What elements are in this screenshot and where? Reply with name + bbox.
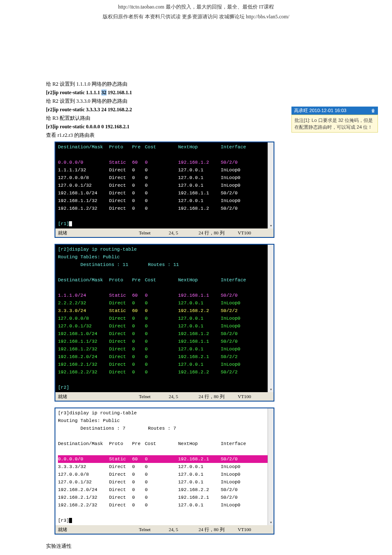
status-bar: 就绪 Telnet 24, 5 24 行，80 列 VT100 <box>55 525 274 534</box>
comment-time: 2010-12-01 16:03 <box>309 108 346 113</box>
status-ready: 就绪 <box>58 393 139 400</box>
status-proto: Telnet <box>139 229 169 237</box>
status-rc2: 24 行，80 列 <box>199 229 238 237</box>
header-line1: http://itcto.taobao.com 最小的投入，最大的回报，最全、最… <box>0 3 392 11</box>
text-line: 查看 r1.r2.r3 的路由表 <box>46 131 285 139</box>
table-header: Destination/MaskProtoPreCostNextHopInter… <box>58 143 271 151</box>
table-row: 0.0.0.0/0Static600192.168.1.2S0/2/0 <box>58 159 271 166</box>
table-row: 127.0.0.1/32Direct00127.0.0.1InLoop0 <box>58 322 271 330</box>
comment-body: 批注[1]: Lo 口要求是 32 位掩码，但是在配置静态路由时，可以写成 24… <box>291 115 378 133</box>
table-row: 192.168.2.2/32Direct00192.168.2.2S0/2/2 <box>58 368 271 376</box>
delete-icon[interactable]: 🗑 <box>371 108 375 113</box>
status-ready: 就绪 <box>58 229 139 237</box>
table-row: 192.168.1.1/32Direct00127.0.0.1InLoop0 <box>58 197 271 205</box>
scrollbar[interactable] <box>268 142 274 228</box>
text-line: 给 R3 配置默认路由 <box>46 114 285 122</box>
scroll-down-icon[interactable]: ▾ <box>268 387 274 392</box>
table-row: 192.168.1.1/32Direct00192.168.1.1S0/2/0 <box>58 338 271 345</box>
table-row: 192.168.1.0/24Direct00192.168.1.1S0/2/0 <box>58 189 271 197</box>
comment-annotation: 高承旺 2010-12-01 16:03 🗑 批注[1]: Lo 口要求是 32… <box>291 107 378 133</box>
status-rc2: 24 行，80 列 <box>199 393 238 400</box>
scrollbar[interactable] <box>268 408 274 525</box>
header-line2: 版权归原作者所有 本资料只供试读 更多资源请访问 攻城狮论坛 http://bb… <box>0 13 392 20</box>
scrollbar[interactable] <box>268 245 274 392</box>
table-row: 127.0.0.1/32Direct00127.0.0.1InLoop0 <box>58 182 271 189</box>
status-term: VT100 <box>238 393 259 400</box>
command-line: [r2]ip route-static 3.3.3.3 24 192.168.2… <box>46 106 285 113</box>
command-line: [r3]ip route-static 0.0.0.0 0 192.168.2.… <box>46 123 285 130</box>
table-row: 0.0.0.0/0Static600192.168.2.1S0/2/0 <box>58 455 271 463</box>
table-row: 192.168.2.1/32Direct00192.168.2.1S0/2/0 <box>58 494 271 501</box>
table-row: 127.0.0.1/32Direct00127.0.0.1InLoop0 <box>58 478 271 486</box>
terminal-r2: [r2]display ip routing-tableRouting Tabl… <box>55 244 274 402</box>
scroll-down-icon[interactable]: ▾ <box>268 520 274 525</box>
terminal-r3: [r3]display ip routing-tableRouting Tabl… <box>55 408 274 535</box>
table-row: 127.0.0.0/8Direct00127.0.0.1InLoop0 <box>58 174 271 182</box>
text-line: 给 R2 设置到 3.3.3.0 网络的静态路由 <box>46 97 285 105</box>
table-header: Destination/MaskProtoPreCostNextHopInter… <box>58 276 271 284</box>
table-row: 3.3.3.0/24Static600192.168.2.2S0/2/2 <box>58 307 271 315</box>
terminal-r1: Destination/MaskProtoPreCostNextHopInter… <box>55 142 274 238</box>
document-content: 给 R2 设置到 1.1.1.0 网络的静态路由 [r2]ip route-st… <box>46 80 285 550</box>
status-term: VT100 <box>238 526 259 533</box>
table-row: 192.168.1.2/32Direct00127.0.0.1InLoop0 <box>58 345 271 353</box>
table-row: 192.168.2.0/24Direct00192.168.2.1S0/2/2 <box>58 353 271 361</box>
table-header: Destination/MaskProtoPreCostNextHopInter… <box>58 440 271 448</box>
table-row: 1.1.1.1/32Direct00127.0.0.1InLoop0 <box>58 166 271 174</box>
status-proto: Telnet <box>139 393 169 400</box>
text-line: 实验连通性 <box>46 542 285 550</box>
status-bar: 就绪 Telnet 24, 5 24 行，80 列 VT100 <box>55 392 274 401</box>
table-row: 192.168.1.0/24Direct00192.168.1.2S0/2/0 <box>58 330 271 338</box>
status-ready: 就绪 <box>58 526 139 533</box>
comment-author: 高承旺 <box>294 108 308 113</box>
command-line: [r2]ip route-static 1.1.1.1 32 192.168.1… <box>46 89 285 96</box>
scroll-down-icon[interactable]: ▾ <box>268 223 274 228</box>
table-row: 192.168.2.1/32Direct00127.0.0.1InLoop0 <box>58 361 271 368</box>
status-proto: Telnet <box>139 526 169 533</box>
highlighted-text: 32 <box>101 90 107 95</box>
table-row: 192.168.2.0/24Direct00192.168.2.2S0/2/0 <box>58 486 271 494</box>
status-term: VT100 <box>238 229 259 237</box>
table-row: 2.2.2.2/32Direct00127.0.0.1InLoop0 <box>58 299 271 307</box>
table-row: 127.0.0.0/8Direct00127.0.0.1InLoop0 <box>58 471 271 478</box>
status-rc: 24, 5 <box>169 393 199 400</box>
table-row: 192.168.2.2/32Direct00127.0.0.1InLoop0 <box>58 501 271 509</box>
table-row: 1.1.1.0/24Static600192.168.1.1S0/2/0 <box>58 292 271 299</box>
comment-header: 高承旺 2010-12-01 16:03 🗑 <box>291 107 378 115</box>
status-rc: 24, 5 <box>169 526 199 533</box>
table-row: 3.3.3.3/32Direct00127.0.0.1InLoop0 <box>58 463 271 471</box>
status-rc2: 24 行，80 列 <box>199 526 238 533</box>
status-bar: 就绪 Telnet 24, 5 24 行，80 列 VT100 <box>55 228 274 237</box>
status-rc: 24, 5 <box>169 229 199 237</box>
table-row: 127.0.0.0/8Direct00127.0.0.1InLoop0 <box>58 315 271 322</box>
table-row: 192.168.1.2/32Direct00192.168.1.2S0/2/0 <box>58 205 271 212</box>
text-line: 给 R2 设置到 1.1.1.0 网络的静态路由 <box>46 80 285 88</box>
